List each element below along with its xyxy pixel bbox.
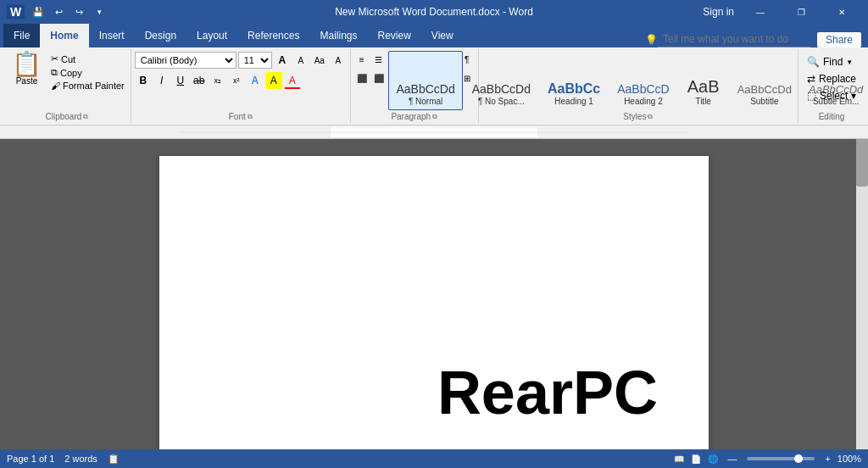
subscript-button[interactable]: x₂ bbox=[209, 72, 226, 89]
window-title: New Microsoft Word Document.docx - Word bbox=[335, 6, 533, 18]
replace-button[interactable]: ⇄ Replace bbox=[802, 71, 861, 86]
select-button[interactable]: ⬚ Select ▾ bbox=[802, 88, 861, 103]
bullets-button[interactable]: ≡ bbox=[354, 52, 370, 67]
align-center-button[interactable]: ⬛ bbox=[371, 70, 387, 86]
font-name-select[interactable]: Calibri (Body) bbox=[135, 52, 236, 69]
document-content[interactable]: RearPC bbox=[437, 358, 658, 427]
tab-insert[interactable]: Insert bbox=[89, 24, 135, 47]
print-view-button[interactable]: 📄 bbox=[688, 451, 704, 465]
style-subtitle-label: Subtitle bbox=[750, 97, 778, 106]
style-normal[interactable]: AaBbCcDd ¶ Normal bbox=[388, 51, 462, 110]
clipboard-group: 📋 Paste ✂ Cut ⧉ Copy 🖌 Format Painter C bbox=[3, 49, 131, 123]
find-button[interactable]: 🔍 Find ▼ bbox=[802, 54, 858, 70]
grow-font-button[interactable]: A bbox=[274, 52, 291, 69]
text-highlight-button[interactable]: A bbox=[265, 72, 282, 89]
paste-button[interactable]: 📋 Paste bbox=[7, 51, 47, 87]
tab-design[interactable]: Design bbox=[135, 24, 186, 47]
restore-button[interactable]: ❐ bbox=[782, 0, 821, 24]
style-heading1[interactable]: AaBbCc Heading 1 bbox=[540, 51, 608, 110]
read-view-button[interactable]: 📖 bbox=[671, 451, 687, 465]
document-area[interactable]: RearPC bbox=[0, 139, 868, 465]
change-case-button[interactable]: Aa bbox=[311, 52, 328, 69]
clipboard-expand-icon[interactable]: ⧉ bbox=[83, 113, 88, 121]
customize-qat-icon[interactable]: ▼ bbox=[91, 3, 108, 20]
tab-review[interactable]: Review bbox=[367, 24, 420, 47]
styles-content: AaBbCcDd ¶ Normal AaBbCcDd ¶ No Spac... … bbox=[388, 51, 868, 110]
style-heading2[interactable]: AaBbCcD Heading 2 bbox=[609, 51, 676, 110]
ruler-svg bbox=[180, 127, 688, 137]
paragraph-group-label: Paragraph ⧉ bbox=[354, 110, 475, 121]
bold-button[interactable]: B bbox=[135, 72, 152, 89]
word-icon: W bbox=[7, 4, 25, 20]
minimize-button[interactable]: — bbox=[741, 0, 780, 24]
ruler bbox=[0, 125, 868, 139]
style-subtitle[interactable]: AaBbCcDd Subtitle bbox=[730, 51, 799, 110]
editing-content: 🔍 Find ▼ ⇄ Replace ⬚ Select ▾ bbox=[802, 51, 861, 110]
ribbon: 📋 Paste ✂ Cut ⧉ Copy 🖌 Format Painter C bbox=[0, 47, 868, 125]
tab-layout[interactable]: Layout bbox=[186, 24, 237, 47]
clear-formatting-button[interactable]: A bbox=[330, 52, 347, 69]
document-page[interactable]: RearPC bbox=[159, 156, 709, 461]
undo-icon[interactable]: ↩ bbox=[50, 3, 67, 20]
font-name-row: Calibri (Body) 11 A A Aa A bbox=[135, 52, 347, 69]
save-icon[interactable]: 💾 bbox=[30, 3, 47, 20]
view-buttons: 📖 📄 🌐 bbox=[671, 451, 721, 465]
shrink-font-button[interactable]: A bbox=[292, 52, 309, 69]
tell-me-input[interactable] bbox=[658, 31, 810, 47]
tab-home[interactable]: Home bbox=[40, 24, 88, 47]
strikethrough-button[interactable]: ab bbox=[191, 72, 208, 89]
ribbon-tabs: File Home Insert Design Layout Reference… bbox=[0, 24, 868, 47]
tab-view[interactable]: View bbox=[421, 24, 464, 47]
style-title-label: Title bbox=[695, 97, 711, 106]
find-dropdown-icon: ▼ bbox=[846, 58, 853, 66]
paragraph-expand-icon[interactable]: ⧉ bbox=[432, 113, 437, 121]
font-expand-icon[interactable]: ⧉ bbox=[248, 113, 253, 121]
numbering-button[interactable]: ☰ bbox=[371, 52, 387, 67]
vertical-scrollbar[interactable] bbox=[856, 139, 868, 465]
tab-file[interactable]: File bbox=[3, 24, 40, 47]
font-size-select[interactable]: 11 bbox=[238, 52, 272, 69]
status-left: Page 1 of 1 2 words 📋 bbox=[7, 454, 120, 465]
format-painter-button[interactable]: 🖌 Format Painter bbox=[48, 80, 127, 92]
sign-in-button[interactable]: Sign in bbox=[703, 6, 734, 18]
zoom-slider[interactable] bbox=[747, 457, 815, 460]
cut-button[interactable]: ✂ Cut bbox=[48, 53, 127, 65]
underline-button[interactable]: U bbox=[172, 72, 189, 89]
qat: 💾 ↩ ↪ ▼ bbox=[30, 3, 108, 20]
select-icon: ⬚ bbox=[807, 90, 816, 102]
close-button[interactable]: ✕ bbox=[822, 0, 861, 24]
share-button[interactable]: Share bbox=[817, 32, 861, 47]
font-content: Calibri (Body) 11 A A Aa A B I U ab x₂ x… bbox=[135, 51, 347, 110]
styles-expand-icon[interactable]: ⧉ bbox=[648, 113, 653, 121]
italic-button[interactable]: I bbox=[153, 72, 170, 89]
redo-icon[interactable]: ↪ bbox=[70, 3, 87, 20]
copy-button[interactable]: ⧉ Copy bbox=[48, 66, 127, 79]
style-title[interactable]: AaB Title bbox=[679, 51, 728, 110]
style-normal-preview: AaBbCcDd bbox=[396, 82, 454, 97]
text-effects-button[interactable]: A bbox=[247, 72, 264, 89]
paste-icon: 📋 bbox=[12, 53, 42, 76]
styles-group-label: Styles ⧉ bbox=[482, 110, 794, 121]
style-no-spacing-preview: AaBbCcDd bbox=[472, 82, 531, 97]
tab-mailings[interactable]: Mailings bbox=[309, 24, 367, 47]
lightbulb-icon: 💡 bbox=[645, 34, 658, 46]
style-heading2-preview: AaBbCcD bbox=[617, 82, 669, 97]
editing-group: 🔍 Find ▼ ⇄ Replace ⬚ Select ▾ Editing bbox=[798, 49, 865, 123]
style-heading2-label: Heading 2 bbox=[624, 97, 663, 106]
cut-icon: ✂ bbox=[51, 53, 58, 64]
style-no-spacing[interactable]: AaBbCcDd ¶ No Spac... bbox=[465, 51, 538, 110]
web-view-button[interactable]: 🌐 bbox=[705, 451, 721, 465]
format-painter-label: Format Painter bbox=[63, 81, 125, 91]
zoom-level[interactable]: 100% bbox=[837, 454, 861, 464]
tab-references[interactable]: References bbox=[237, 24, 309, 47]
zoom-out-icon[interactable]: — bbox=[727, 454, 737, 464]
style-gallery: AaBbCcDd ¶ Normal AaBbCcDd ¶ No Spac... … bbox=[388, 51, 868, 110]
zoom-thumb[interactable] bbox=[794, 454, 803, 463]
superscript-button[interactable]: x² bbox=[228, 72, 245, 89]
status-right: 📖 📄 🌐 — + 100% bbox=[671, 451, 861, 465]
align-left-button[interactable]: ⬛ bbox=[354, 70, 370, 86]
font-color-button[interactable]: A bbox=[284, 72, 301, 89]
paste-label: Paste bbox=[16, 76, 38, 86]
scrollbar-thumb[interactable] bbox=[856, 139, 868, 187]
zoom-in-icon[interactable]: + bbox=[825, 454, 830, 464]
